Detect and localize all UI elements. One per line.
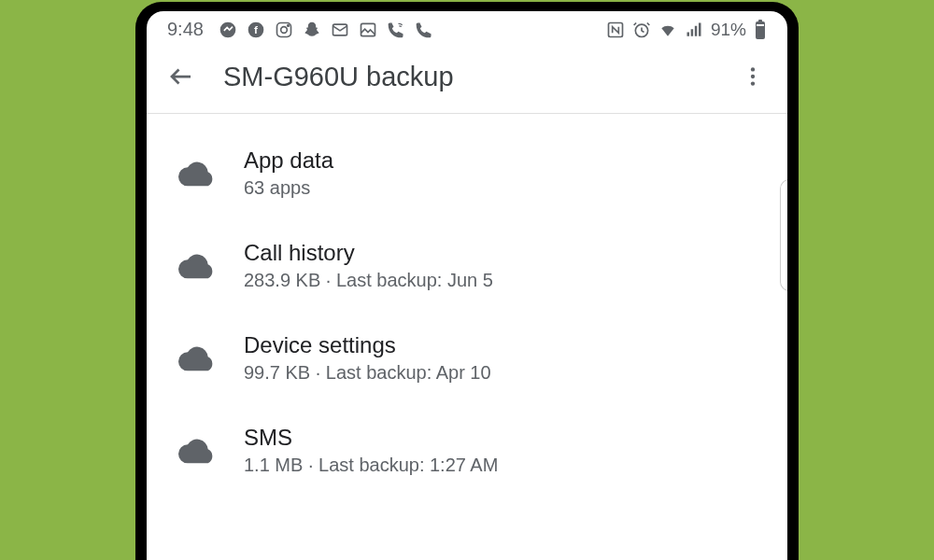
list-item-subtitle: 1.1 MB · Last backup: 1:27 AM <box>244 455 498 476</box>
svg-rect-11 <box>758 20 762 22</box>
back-button[interactable] <box>163 59 199 94</box>
svg-rect-10 <box>756 21 765 39</box>
photo-icon <box>359 21 377 39</box>
alarm-icon <box>632 21 651 39</box>
cloud-icon <box>178 253 216 279</box>
list-item-title: App data <box>244 147 333 174</box>
instagram-icon <box>275 21 293 39</box>
list-item-subtitle: 63 apps <box>244 177 333 199</box>
list-item-title: Device settings <box>244 332 491 358</box>
list-item-text: Device settings 99.7 KB · Last backup: A… <box>244 332 491 384</box>
arrow-left-icon <box>167 63 195 91</box>
svg-text:f: f <box>254 23 258 35</box>
status-bar: 9:48 f <box>147 11 787 46</box>
call-wifi-icon <box>387 21 405 39</box>
facebook-icon: f <box>247 21 265 39</box>
list-item-title: Call history <box>244 240 493 266</box>
app-bar: SM-G960U backup <box>147 46 787 114</box>
mail-icon <box>331 21 349 39</box>
list-item-call-history[interactable]: Call history 283.9 KB · Last backup: Jun… <box>147 219 787 312</box>
svg-point-15 <box>751 81 755 85</box>
snapchat-icon <box>303 21 321 39</box>
svg-point-5 <box>288 24 290 26</box>
phone-icon <box>415 21 433 39</box>
signal-icon <box>685 21 703 39</box>
svg-point-4 <box>281 26 288 33</box>
svg-rect-12 <box>757 24 764 26</box>
status-right: 91% <box>606 20 767 40</box>
battery-percent: 91% <box>711 20 746 40</box>
list-item-text: Call history 283.9 KB · Last backup: Jun… <box>244 240 493 291</box>
backup-list: App data 63 apps Call history 283.9 KB ·… <box>147 114 787 497</box>
list-item-app-data[interactable]: App data 63 apps <box>147 127 787 219</box>
nfc-icon <box>606 21 625 39</box>
screen: 9:48 f <box>147 11 787 560</box>
cloud-icon <box>178 345 216 371</box>
cloud-icon <box>178 161 216 187</box>
messenger-icon <box>219 21 237 39</box>
overflow-menu-button[interactable] <box>735 59 771 94</box>
phone-frame: 9:48 f <box>135 2 799 560</box>
battery-icon <box>754 20 767 40</box>
list-item-text: App data 63 apps <box>244 147 333 199</box>
list-item-subtitle: 99.7 KB · Last backup: Apr 10 <box>244 362 491 384</box>
list-item-device-settings[interactable]: Device settings 99.7 KB · Last backup: A… <box>147 312 787 404</box>
svg-point-13 <box>751 67 755 71</box>
list-item-title: SMS <box>244 425 498 451</box>
list-item-subtitle: 283.9 KB · Last backup: Jun 5 <box>244 270 493 291</box>
page-title: SM-G960U backup <box>223 62 711 92</box>
list-item-sms[interactable]: SMS 1.1 MB · Last backup: 1:27 AM <box>147 404 787 497</box>
svg-point-14 <box>751 75 755 78</box>
wifi-icon <box>658 21 677 39</box>
svg-point-0 <box>220 21 236 37</box>
list-item-text: SMS 1.1 MB · Last backup: 1:27 AM <box>244 425 498 476</box>
more-vert-icon <box>741 64 765 89</box>
status-left: 9:48 f <box>167 19 433 40</box>
status-time: 9:48 <box>167 19 204 40</box>
cloud-icon <box>178 438 216 464</box>
edge-panel-handle[interactable] <box>780 179 787 291</box>
